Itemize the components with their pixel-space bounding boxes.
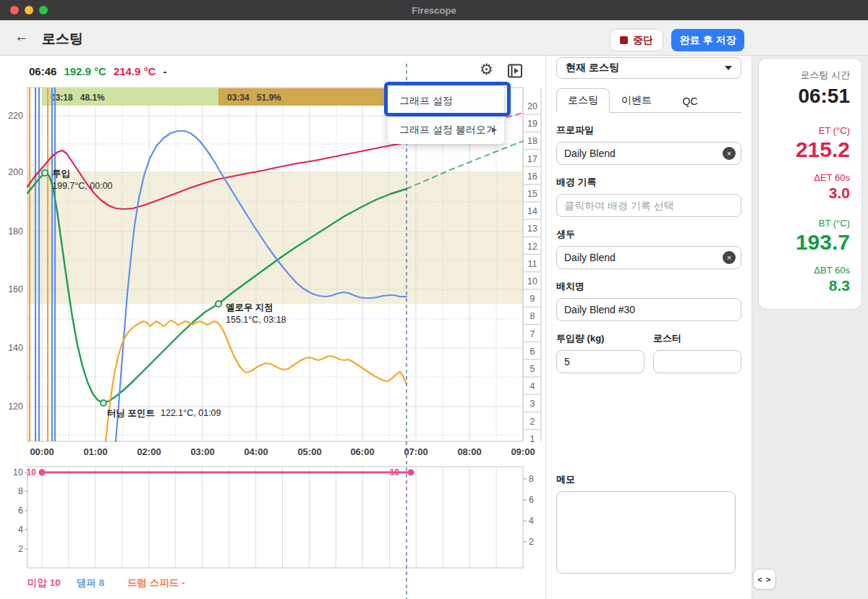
app-window: Firescope ← 로스팅 중단 완료 후 저장 06:46192.9 °C… <box>0 0 868 599</box>
svg-text:4: 4 <box>530 381 535 391</box>
current-roast-selector[interactable]: 현재 로스팅 <box>556 57 741 79</box>
green-bean-input[interactable] <box>556 246 741 269</box>
svg-text:6: 6 <box>529 495 534 505</box>
elapsed-time: 06:46 <box>29 65 56 77</box>
tab-events[interactable]: 이벤트 <box>610 89 663 112</box>
save-after-complete-button[interactable]: 완료 후 저장 <box>671 29 744 51</box>
stop-square-icon <box>620 36 628 44</box>
svg-text:12: 12 <box>527 242 537 252</box>
svg-text:10: 10 <box>390 467 400 477</box>
zoom-window-button[interactable] <box>39 6 48 14</box>
memo-textarea[interactable] <box>556 491 736 574</box>
detail-tabs: 로스팅 이벤트 QC <box>556 89 741 113</box>
svg-text:20: 20 <box>527 101 537 111</box>
svg-text:4: 4 <box>18 524 23 535</box>
window-controls <box>10 0 48 20</box>
page-header: ← 로스팅 중단 완료 후 저장 <box>0 20 868 56</box>
extra-readout: - <box>163 65 166 77</box>
back-arrow-icon[interactable]: ← <box>14 28 29 45</box>
side-panel-toggle-icon[interactable] <box>507 63 523 82</box>
svg-text:2: 2 <box>18 544 23 554</box>
background-record-input[interactable] <box>556 194 741 217</box>
svg-text:5: 5 <box>530 364 535 374</box>
gas-line-start-dot <box>39 470 46 476</box>
svg-text:19: 19 <box>527 119 537 129</box>
bt-label: BT (°C) <box>770 218 850 229</box>
svg-text:05:00: 05:00 <box>297 446 321 457</box>
svg-text:02:00: 02:00 <box>137 446 161 457</box>
svg-text:01:00: 01:00 <box>83 446 107 457</box>
menu-item-load-graph-settings[interactable]: 그래프 설정 불러오기 ▶ <box>388 115 504 144</box>
delta-bt-label: ΔBT 60s <box>770 265 850 276</box>
svg-text:미압 10: 미압 10 <box>27 577 61 588</box>
svg-text:10: 10 <box>13 467 23 477</box>
svg-text:투입: 투입 <box>52 169 70 179</box>
minimize-window-button[interactable] <box>25 6 33 14</box>
roaster-input[interactable] <box>653 350 741 373</box>
et-readout: 214.9 °C <box>114 65 156 77</box>
profile-label: 프로파일 <box>556 124 741 137</box>
svg-text:155.1°C, 03:18: 155.1°C, 03:18 <box>226 315 286 325</box>
tab-qc[interactable]: QC <box>663 90 717 112</box>
svg-text:4: 4 <box>529 516 534 526</box>
svg-text:6: 6 <box>530 347 535 357</box>
svg-text:06:00: 06:00 <box>350 446 374 457</box>
graph-context-menu: 그래프 설정 그래프 설정 불러오기 ▶ <box>388 86 504 144</box>
svg-text:180: 180 <box>8 226 23 237</box>
page-title: 로스팅 <box>42 30 83 48</box>
svg-text:08:00: 08:00 <box>457 446 481 457</box>
event-marker <box>101 400 106 406</box>
svg-text:6: 6 <box>18 506 23 516</box>
app-title: Firescope <box>412 5 456 16</box>
gas-line-end-dot <box>408 470 414 476</box>
svg-text:09:00: 09:00 <box>511 446 535 457</box>
bt-readout: 192.9 °C <box>64 65 106 77</box>
charge-weight-label: 투입량 (kg) <box>556 332 644 345</box>
stop-button-label: 중단 <box>633 34 653 47</box>
svg-text:2: 2 <box>529 537 534 547</box>
close-window-button[interactable] <box>10 6 19 14</box>
titlebar: Firescope <box>0 0 868 20</box>
delta-et-value: 3.0 <box>770 184 850 202</box>
delta-bt-value: 8.3 <box>770 277 850 294</box>
roaster-label: 로스터 <box>653 332 741 345</box>
batch-name-label: 배치명 <box>556 280 741 293</box>
gear-icon[interactable]: ⚙ <box>480 61 493 77</box>
clear-profile-icon[interactable]: × <box>723 147 736 160</box>
live-stats-card: 로스팅 시간 06:51 ET (°C) 215.2 ΔET 60s 3.0 B… <box>758 58 862 310</box>
stop-button[interactable]: 중단 <box>610 29 663 51</box>
chart-status-line: 06:46192.9 °C214.9 °C- <box>29 65 174 77</box>
svg-text:04:00: 04:00 <box>244 446 268 457</box>
batch-name-input[interactable] <box>556 298 741 321</box>
bt-value: 193.7 <box>770 230 850 255</box>
panel-collapse-button[interactable]: < > <box>753 569 776 590</box>
memo-label: 메모 <box>556 473 736 486</box>
svg-text:9: 9 <box>530 294 535 304</box>
drying-band <box>27 172 523 304</box>
svg-text:160: 160 <box>8 284 23 294</box>
roast-time-value: 06:51 <box>770 85 850 108</box>
delta-et-label: ΔET 60s <box>770 172 850 183</box>
profile-input[interactable] <box>556 142 741 165</box>
svg-text:옐로우 지점: 옐로우 지점 <box>226 302 273 313</box>
svg-text:18: 18 <box>527 136 537 146</box>
svg-text:드럼 스피드 -: 드럼 스피드 - <box>127 577 185 588</box>
roast-time-label: 로스팅 시간 <box>770 69 850 82</box>
svg-text:8: 8 <box>529 474 534 484</box>
clear-bean-icon[interactable]: × <box>723 251 736 264</box>
svg-text:8: 8 <box>530 311 535 321</box>
green-bean-label: 생두 <box>556 228 741 241</box>
svg-text:11: 11 <box>528 259 537 269</box>
event-marker <box>42 170 48 176</box>
svg-text:199.7°C, 00:00: 199.7°C, 00:00 <box>52 181 113 191</box>
save-button-label: 완료 후 저장 <box>680 34 736 47</box>
menu-item-graph-settings[interactable]: 그래프 설정 <box>388 86 504 115</box>
charge-weight-input[interactable] <box>556 350 644 373</box>
menu-item-load-label: 그래프 설정 불러오기 <box>399 124 496 135</box>
svg-text:터닝 포인트122.1°C, 01:09: 터닝 포인트122.1°C, 01:09 <box>107 408 221 418</box>
chevron-down-icon <box>725 66 732 70</box>
svg-text:1: 1 <box>530 434 535 444</box>
svg-text:13: 13 <box>527 224 537 234</box>
svg-text:120: 120 <box>8 402 23 412</box>
tab-roasting[interactable]: 로스팅 <box>556 88 610 113</box>
